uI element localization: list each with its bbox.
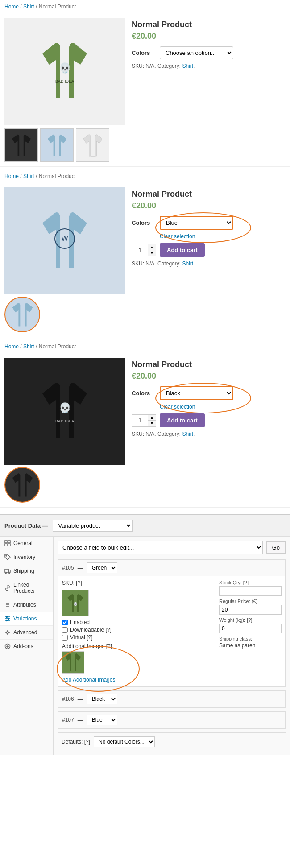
svg-text:💀: 💀 (73, 602, 78, 606)
variation-id-106: #106 (62, 696, 74, 702)
plus-circle-icon (4, 643, 11, 649)
admin-header: Product Data — Variable product Simple p… (0, 515, 290, 537)
sidebar-item-advanced[interactable]: Advanced (0, 626, 53, 640)
breadcrumb-home-2[interactable]: Home (4, 173, 19, 179)
product-price-2: €20.00 (132, 201, 286, 211)
breadcrumb-home-3[interactable]: Home (4, 343, 19, 350)
admin-sidebar: General Inventory Shipping Linked Produc… (0, 537, 54, 755)
svg-text:W: W (61, 235, 68, 242)
thumbnail-black-1[interactable] (4, 128, 38, 162)
sliders-icon (4, 616, 11, 622)
add-images-circle-105: Add Additional Images (62, 651, 115, 683)
colors-label-2: Colors (132, 219, 156, 226)
qty-box-2: ▲ ▼ (132, 244, 156, 256)
additional-images-label-105: Additional Images [?] (62, 643, 215, 649)
breadcrumb-home-1[interactable]: Home (4, 4, 19, 10)
qty-up-3[interactable]: ▲ (148, 415, 156, 421)
add-image-thumb-105 (62, 651, 84, 674)
variation-color-select-106[interactable]: Green Blue Black (87, 694, 117, 704)
qty-input-3[interactable] (132, 415, 148, 426)
sidebar-item-attributes[interactable]: Attributes (0, 598, 53, 612)
category-link-2[interactable]: Shirt (182, 260, 193, 267)
sidebar-item-general[interactable]: General (0, 537, 53, 550)
thumbnail-lightblue-1[interactable] (40, 128, 74, 162)
product-title-1: Normal Product (132, 20, 286, 29)
product-meta-3: SKU: N/A. Category: Shirt. (132, 431, 286, 437)
checkbox-virtual-105: Virtual [?] (62, 634, 215, 641)
highlighted-thumb-2 (4, 294, 125, 332)
product-image-area-1: 💀 BAD IDEA (4, 18, 125, 162)
variation-dash-107: — (78, 717, 83, 723)
sidebar-item-shipping[interactable]: Shipping (0, 564, 53, 578)
sidebar-label-inventory: Inventory (13, 554, 35, 560)
product-info-3: Normal Product €20.00 Colors Choose an o… (132, 358, 286, 503)
downloadable-checkbox-105[interactable] (62, 627, 68, 633)
svg-rect-8 (5, 544, 7, 546)
sidebar-item-addons[interactable]: Add-ons (0, 640, 53, 653)
add-to-cart-button-2[interactable]: Add to cart (160, 243, 205, 257)
product-data-label: Product Data — (4, 522, 48, 529)
colors-select-2[interactable]: Choose an option... Green Blue Black (160, 216, 233, 230)
thumbnail-white-1[interactable] (76, 128, 109, 162)
clear-selection-2[interactable]: Clear selection (160, 233, 286, 240)
breadcrumb-shirt-3[interactable]: Shirt (23, 343, 34, 350)
breadcrumb-current-1: Normal Product (39, 4, 76, 10)
colors-select-1[interactable]: Choose an option... Green Blue Black (160, 46, 233, 59)
svg-point-18 (6, 616, 8, 618)
product-meta-2: SKU: N/A. Category: Shirt. (132, 260, 286, 267)
stock-qty-input-105[interactable] (219, 586, 282, 596)
product-type-select[interactable]: Variable product Simple product Grouped … (53, 520, 133, 532)
qty-input-2[interactable] (132, 244, 148, 256)
bulk-edit-select[interactable]: Choose a field to bulk edit... SKU Stock… (58, 541, 263, 554)
qty-down-2[interactable]: ▼ (148, 250, 156, 256)
svg-text:BAD IDEA: BAD IDEA (55, 419, 74, 423)
variation-left-105: SKU: [?] 💀 Enabled Downloadable [?] (62, 580, 215, 683)
variation-color-select-107[interactable]: Green Blue Black (87, 715, 117, 725)
variation-id-105: #105 (62, 565, 74, 571)
add-to-cart-button-3[interactable]: Add to cart (160, 413, 205, 427)
weight-input-105[interactable] (219, 624, 282, 633)
variation-header-107: #107 — Green Blue Black (58, 712, 285, 728)
clear-selection-3[interactable]: Clear selection (160, 404, 286, 410)
downloadable-label-105: Downloadable [?] (70, 627, 112, 633)
breadcrumb-shirt-2[interactable]: Shirt (23, 173, 34, 179)
breadcrumb-shirt-1[interactable]: Shirt (23, 4, 34, 10)
product-field-colors-1: Colors Choose an option... Green Blue Bl… (132, 46, 286, 59)
product-section-3: 💀 BAD IDEA Normal Product €20.00 Colors … (0, 353, 290, 508)
breadcrumb-2: Home / Shirt / Normal Product (0, 169, 290, 183)
enabled-checkbox-105[interactable] (62, 620, 68, 625)
sidebar-item-inventory[interactable]: Inventory (0, 550, 53, 564)
defaults-select[interactable]: No default Colors... (94, 736, 155, 747)
colors-select-3[interactable]: Choose an option... Green Blue Black (160, 386, 233, 400)
bulk-edit-row: Choose a field to bulk edit... SKU Stock… (58, 541, 286, 554)
sidebar-item-linked-products[interactable]: Linked Products (0, 578, 53, 598)
svg-rect-7 (8, 541, 10, 543)
colors-select-wrapper-2: Choose an option... Green Blue Black (160, 216, 233, 230)
virtual-checkbox-105[interactable] (62, 635, 68, 641)
qty-up-2[interactable]: ▲ (148, 244, 156, 250)
product-meta-1: SKU: N/A. Category: Shirt. (132, 63, 286, 69)
product-title-3: Normal Product (132, 360, 286, 369)
shipping-class-label-105: Shipping class: (219, 636, 282, 641)
category-link-3[interactable]: Shirt (182, 431, 193, 437)
add-to-cart-row-2: ▲ ▼ Add to cart (132, 243, 286, 257)
add-additional-images-link-105[interactable]: Add Additional Images (62, 677, 115, 683)
regular-price-input-105[interactable] (219, 605, 282, 615)
category-link-1[interactable]: Shirt (182, 63, 193, 69)
qty-down-3[interactable]: ▼ (148, 421, 156, 426)
variation-row-106: #106 — Green Blue Black (58, 690, 286, 708)
variation-id-107: #107 (62, 717, 74, 723)
stock-qty-label-105: Stock Qty: [?] (219, 580, 282, 585)
product-info-2: Normal Product €20.00 Colors Choose an o… (132, 187, 286, 332)
go-button[interactable]: Go (266, 541, 286, 554)
admin-body: General Inventory Shipping Linked Produc… (0, 537, 290, 755)
variation-color-select-105[interactable]: Green Blue Black (87, 562, 117, 573)
svg-point-10 (6, 555, 7, 556)
variation-dash-105: — (78, 565, 83, 571)
sidebar-item-variations[interactable]: Variations (0, 612, 53, 626)
weight-label-105: Weight (kg): [?] (219, 617, 282, 623)
variation-body-105: SKU: [?] 💀 Enabled Downloadable [?] (58, 576, 285, 686)
sidebar-label-linked-products: Linked Products (13, 582, 49, 594)
product-price-3: €20.00 (132, 372, 286, 381)
svg-text:💀: 💀 (59, 402, 71, 414)
